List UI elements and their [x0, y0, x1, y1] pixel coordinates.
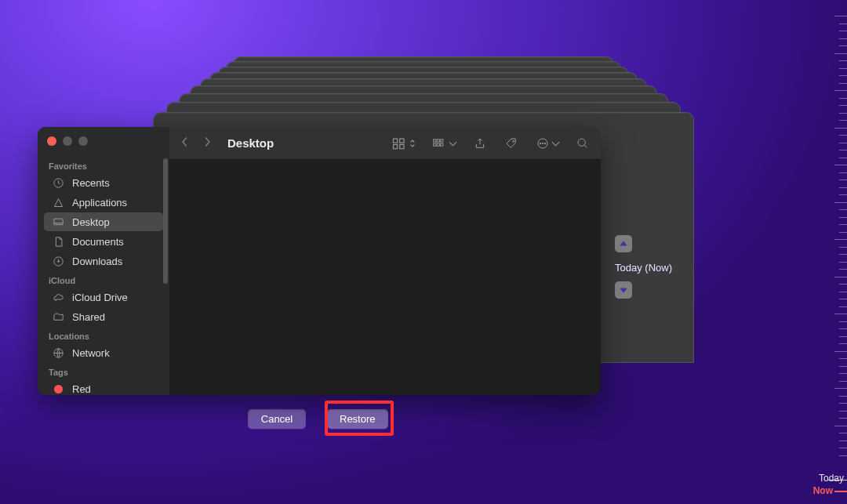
- back-button[interactable]: [180, 136, 189, 150]
- toolbar: Desktop: [169, 127, 601, 160]
- restore-button-label: Restore: [340, 413, 376, 425]
- timeline-ruler[interactable]: (function(){ const t=document.currentScr…: [803, 0, 847, 504]
- timeline-now-label: Now: [813, 485, 833, 496]
- svg-rect-5: [400, 139, 404, 143]
- network-icon: [52, 346, 64, 359]
- svg-point-16: [540, 143, 540, 143]
- svg-rect-12: [437, 143, 439, 146]
- forward-button[interactable]: [203, 136, 212, 150]
- svg-rect-9: [437, 139, 439, 141]
- applications-icon: [52, 196, 64, 208]
- sidebar-item-label: Applications: [72, 197, 127, 208]
- sidebar-item-label: Downloads: [72, 256, 122, 267]
- group-by-button[interactable]: [433, 137, 456, 150]
- sidebar-section-locations: Locations: [38, 327, 169, 343]
- sidebar-item-label: Red: [72, 383, 91, 395]
- svg-rect-4: [394, 139, 398, 143]
- share-button[interactable]: [473, 137, 487, 150]
- sidebar-item-network[interactable]: Network: [44, 343, 163, 362]
- next-snapshot-button[interactable]: [615, 281, 632, 299]
- cancel-button[interactable]: Cancel: [248, 409, 306, 429]
- downloads-icon: [52, 255, 64, 267]
- view-icon-button[interactable]: [392, 137, 416, 150]
- previous-snapshot-button[interactable]: [615, 235, 632, 252]
- svg-rect-1: [53, 219, 62, 225]
- svg-rect-11: [434, 143, 436, 146]
- snapshot-label: Today (Now): [615, 260, 672, 281]
- sidebar-item-icloud-drive[interactable]: iCloud Drive: [44, 288, 163, 306]
- shared-folder-icon: [52, 310, 64, 323]
- svg-rect-10: [441, 139, 443, 141]
- action-buttons: Cancel Restore: [248, 409, 388, 429]
- clock-icon: [52, 176, 64, 189]
- svg-rect-8: [434, 139, 436, 141]
- desktop-icon: [52, 216, 64, 228]
- folder-content-empty[interactable]: [169, 160, 601, 395]
- action-menu-button[interactable]: [536, 137, 558, 150]
- window-controls: [38, 127, 169, 152]
- window-title: Desktop: [227, 136, 274, 150]
- zoom-window-button[interactable]: [78, 136, 88, 146]
- search-button[interactable]: [576, 137, 590, 150]
- sidebar-section-tags: Tags: [38, 363, 169, 379]
- sidebar-item-label: Documents: [72, 236, 124, 248]
- sidebar-item-shared[interactable]: Shared: [44, 307, 163, 326]
- finder-window: Favorites Recents Applications Desktop D…: [38, 127, 601, 395]
- tag-red-icon: [52, 383, 64, 395]
- sidebar: Favorites Recents Applications Desktop D…: [38, 127, 169, 395]
- svg-point-17: [542, 143, 543, 143]
- sidebar-section-favorites: Favorites: [38, 157, 169, 172]
- sidebar-item-label: Network: [72, 347, 110, 359]
- sidebar-item-recents[interactable]: Recents: [44, 173, 163, 192]
- svg-rect-7: [400, 144, 404, 148]
- cancel-button-label: Cancel: [261, 413, 293, 425]
- sidebar-item-documents[interactable]: Documents: [44, 232, 163, 251]
- sidebar-item-label: iCloud Drive: [72, 292, 128, 303]
- sidebar-item-desktop[interactable]: Desktop: [44, 212, 163, 231]
- finder-main: Desktop: [169, 127, 601, 395]
- sidebar-item-label: Recents: [72, 177, 110, 189]
- timeline-today-label: Today: [819, 473, 844, 484]
- svg-rect-6: [394, 144, 398, 148]
- sidebar-scrollbar[interactable]: [163, 158, 168, 284]
- sidebar-item-label: Desktop: [72, 216, 110, 228]
- svg-rect-13: [441, 143, 443, 146]
- sidebar-item-tag-red[interactable]: Red: [44, 379, 163, 395]
- sidebar-item-downloads[interactable]: Downloads: [44, 252, 163, 270]
- sidebar-section-icloud: iCloud: [38, 271, 169, 287]
- svg-point-18: [544, 143, 545, 143]
- cloud-icon: [52, 291, 64, 303]
- sidebar-item-applications[interactable]: Applications: [44, 193, 163, 212]
- minimize-window-button[interactable]: [63, 136, 72, 146]
- svg-point-19: [578, 139, 585, 146]
- svg-point-14: [513, 140, 514, 142]
- close-window-button[interactable]: [47, 136, 56, 146]
- sidebar-item-label: Shared: [72, 311, 105, 323]
- document-icon: [52, 235, 64, 248]
- restore-button[interactable]: Restore: [327, 409, 388, 429]
- tags-button[interactable]: [504, 137, 518, 150]
- time-machine-navigator: Today (Now): [615, 235, 672, 306]
